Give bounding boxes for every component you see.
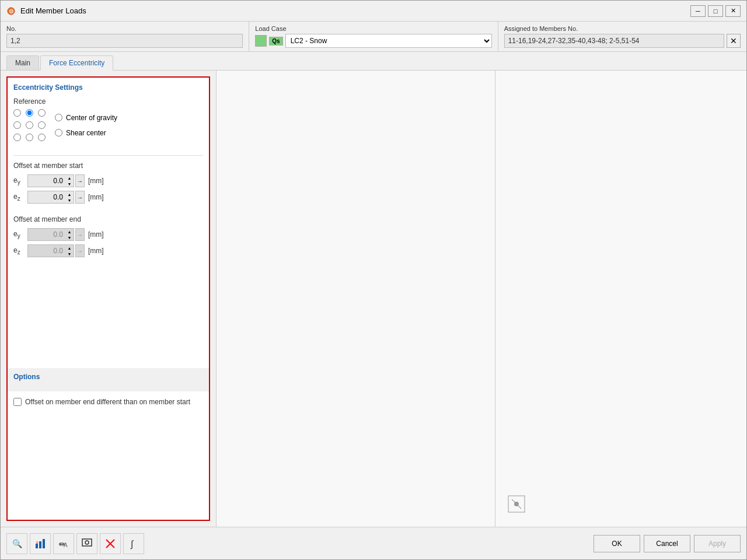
tool-view-button[interactable] — [76, 533, 97, 554]
assigned-label: Assigned to Members No. — [504, 25, 741, 32]
maximize-button[interactable]: □ — [708, 5, 723, 17]
offset-checkbox-row: Offset on member end different than on m… — [13, 397, 203, 407]
minimize-button[interactable]: ─ — [690, 5, 706, 17]
assigned-input[interactable] — [504, 34, 724, 48]
svg-text:0: 0 — [36, 541, 39, 544]
left-panel: Eccentricity Settings Reference — [1, 71, 217, 527]
radio-1-2[interactable] — [26, 109, 33, 117]
ey-end-up[interactable]: ▲ — [65, 229, 74, 235]
no-cell: No. — [1, 22, 249, 51]
title-bar-left: ⚙ Edit Member Loads — [6, 6, 86, 16]
radio-3-1[interactable] — [13, 134, 21, 141]
eccentricity-settings-title: Eccentricity Settings — [13, 83, 203, 92]
no-input[interactable] — [6, 34, 243, 48]
shear-center-option[interactable]: Shear center — [55, 129, 117, 137]
radio-2-2[interactable] — [26, 121, 33, 129]
radio-row-1 — [13, 109, 46, 117]
eccentricity-settings-box: Eccentricity Settings Reference — [6, 76, 210, 521]
ez-start-spinner-btns: ▲ ▼ — [65, 191, 74, 204]
shear-center-label: Shear center — [66, 129, 106, 137]
assigned-row: ✕ — [504, 34, 741, 48]
svg-rect-7 — [43, 539, 45, 548]
tabs-row: Main Force Eccentricity — [1, 52, 746, 71]
close-button[interactable]: ✕ — [725, 5, 741, 17]
ez-end-up[interactable]: ▲ — [65, 245, 74, 251]
ey-start-up[interactable]: ▲ — [65, 175, 74, 181]
title-controls: ─ □ ✕ — [690, 5, 741, 17]
ey-end-arrow[interactable]: → — [75, 228, 85, 241]
ez-start-up[interactable]: ▲ — [65, 191, 74, 197]
footer-actions: OK Cancel Apply — [594, 535, 741, 552]
radio-cols — [13, 109, 46, 141]
center-of-gravity-label: Center of gravity — [66, 114, 117, 122]
tool-delete-button[interactable] — [100, 533, 121, 554]
ez-start-input[interactable] — [27, 191, 65, 204]
load-case-cell: Load Case Qs LC2 - Snow — [249, 22, 498, 51]
reference-section: Center of gravity Shear center — [13, 109, 203, 141]
ez-start-row: ez ▲ ▼ → [mm] — [13, 191, 203, 204]
center-of-gravity-radio[interactable] — [55, 114, 62, 121]
tab-force-eccentricity[interactable]: Force Eccentricity — [40, 55, 113, 71]
tool-integral-button[interactable]: ∫ — [123, 533, 144, 554]
ez-end-input[interactable] — [27, 244, 65, 257]
load-case-select[interactable]: LC2 - Snow — [285, 34, 492, 48]
shear-center-radio[interactable] — [55, 129, 62, 136]
content-area: Eccentricity Settings Reference — [1, 71, 746, 527]
svg-text:⚙: ⚙ — [9, 8, 14, 15]
ok-button[interactable]: OK — [594, 535, 640, 552]
options-title: Options — [13, 373, 203, 381]
ez-end-label: ez — [13, 246, 24, 256]
ey-start-spinner-btns: ▲ ▼ — [65, 174, 74, 187]
spacer-3 — [13, 407, 203, 514]
radio-2-1[interactable] — [13, 121, 21, 129]
tool-edit-button[interactable]: ✏ A — [53, 533, 74, 554]
main-window: ⚙ Edit Member Loads ─ □ ✕ No. Load Case … — [0, 0, 747, 560]
tool-stats-button[interactable]: 0 — [30, 533, 51, 554]
spacer-2 — [13, 261, 203, 368]
radio-3-3[interactable] — [38, 134, 46, 141]
ey-start-down[interactable]: ▼ — [65, 181, 74, 187]
radio-row-2 — [13, 121, 46, 129]
right-panel — [495, 71, 746, 527]
ez-start-arrow[interactable]: → — [75, 191, 85, 204]
tool-search-button[interactable]: 🔍 — [6, 533, 27, 554]
offset-checkbox[interactable] — [13, 398, 22, 406]
tab-main[interactable]: Main — [6, 55, 39, 70]
ey-start-spinner: ▲ ▼ → — [27, 174, 85, 187]
ez-start-down[interactable]: ▼ — [65, 197, 74, 203]
svg-rect-5 — [36, 544, 38, 548]
ey-end-spinner: ▲ ▼ → — [27, 228, 85, 241]
radio-2-3[interactable] — [38, 121, 46, 129]
load-case-field: Qs LC2 - Snow — [255, 34, 491, 48]
divider-1 — [13, 155, 203, 156]
radio-1-3[interactable] — [38, 109, 46, 117]
window-title: Edit Member Loads — [20, 6, 86, 15]
ey-end-input[interactable] — [27, 228, 65, 241]
ez-end-unit: [mm] — [88, 247, 104, 255]
ez-start-spinner: ▲ ▼ → — [27, 191, 85, 204]
ez-end-down[interactable]: ▼ — [65, 251, 74, 257]
ez-end-spinner: ▲ ▼ → — [27, 244, 85, 257]
app-icon: ⚙ — [6, 6, 16, 16]
apply-button[interactable]: Apply — [694, 535, 741, 552]
integral-icon: ∫ — [128, 538, 139, 550]
ez-end-arrow[interactable]: → — [75, 244, 85, 257]
svg-rect-6 — [39, 541, 41, 548]
cancel-button[interactable]: Cancel — [644, 535, 690, 552]
radio-3-2[interactable] — [26, 134, 33, 141]
ey-start-row: ey ▲ ▼ → [mm] — [13, 174, 203, 187]
ey-start-input[interactable] — [27, 174, 65, 187]
ey-end-row: ey ▲ ▼ → [mm] — [13, 228, 203, 241]
reference-label: Reference — [13, 97, 203, 106]
view-icon — [81, 538, 93, 550]
center-of-gravity-option[interactable]: Center of gravity — [55, 114, 117, 122]
ey-start-label: ey — [13, 176, 24, 186]
radio-grid — [13, 109, 46, 141]
assigned-clear-button[interactable]: ✕ — [727, 34, 741, 48]
ey-start-arrow[interactable]: → — [75, 174, 85, 187]
right-panel-icon — [507, 495, 526, 515]
footer: 🔍 0 ✏ A — [1, 527, 746, 559]
offset-start-title: Offset at member start — [13, 162, 203, 170]
radio-1-1[interactable] — [13, 109, 21, 117]
ey-end-down[interactable]: ▼ — [65, 235, 74, 240]
